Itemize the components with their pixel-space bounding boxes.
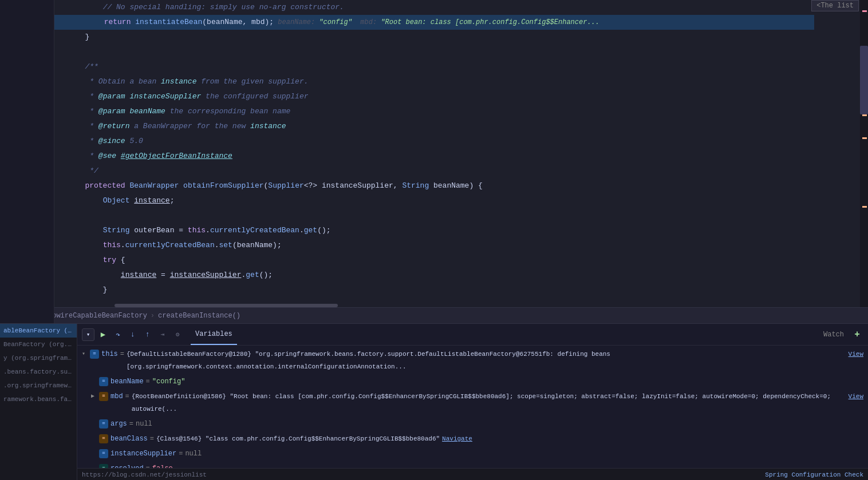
tooltip-the-list: <The list <box>811 0 859 11</box>
var-eq: = <box>129 418 133 430</box>
var-icon-orange: = <box>99 392 108 401</box>
run-to-cursor-button[interactable]: ⇥ <box>156 328 169 341</box>
var-name-this: this <box>101 348 118 360</box>
var-row-instancesupplier[interactable]: = instanceSupplier = null <box>77 446 868 461</box>
code-line <box>49 45 814 59</box>
code-line: instance = instanceSupplier.get(); <box>49 268 814 283</box>
filter-button[interactable]: ⚙ <box>171 328 184 341</box>
code-line: * Obtain a bean instance from the given … <box>49 74 814 89</box>
code-line: * @since 5.0 <box>49 134 814 149</box>
view-link-this[interactable]: View <box>849 348 863 360</box>
variables-tab[interactable]: Variables <box>191 324 237 345</box>
code-line: * @return a BeanWrapper for the new inst… <box>49 119 814 134</box>
var-eq: = <box>146 462 150 468</box>
scrollbar-track[interactable] <box>860 0 868 307</box>
debug-dropdown[interactable]: ▾ <box>82 328 94 341</box>
step-into-button[interactable]: ↓ <box>127 328 139 341</box>
variables-tab-label: Variables <box>195 330 232 338</box>
var-row-resolved[interactable]: ≡ resolved = false <box>77 461 868 468</box>
var-row-this[interactable]: ▾ = this = {DefaultListableBeanFactory@1… <box>77 347 868 374</box>
var-row-beanclass[interactable]: = beanClass = {Class@1546} "class com.ph… <box>77 431 868 446</box>
var-name-beanname: beanName <box>111 375 144 388</box>
code-line: this.currentlyCreatedBean.set(beanName); <box>49 238 814 253</box>
left-panel-item[interactable]: y (org.springframework... <box>0 351 77 365</box>
code-line <box>49 208 814 223</box>
var-icon-blue3: = <box>99 449 108 458</box>
var-row-beanname[interactable]: = beanName = "config" <box>77 374 868 389</box>
var-name-instancesupplier: instanceSupplier <box>111 447 176 460</box>
scroll-marker-warning3 <box>862 206 867 208</box>
code-area[interactable]: 1220 1221 1222 1223 1224 1225 1226 1227 … <box>0 0 814 323</box>
variables-list: ▾ = this = {DefaultListableBeanFactory@1… <box>77 346 868 468</box>
var-val-beanname: "config" <box>152 375 186 388</box>
code-line: * @param instanceSupplier the configured… <box>49 89 814 104</box>
var-val-resolved: false <box>152 462 173 468</box>
var-eq: = <box>120 348 124 360</box>
var-val-mbd: {RootBeanDefinition@1586} "Root bean: cl… <box>132 390 846 415</box>
var-eq: = <box>150 433 154 445</box>
var-eq: = <box>179 447 183 460</box>
left-panel-item[interactable]: ramework.beans.fact... <box>0 392 77 406</box>
debug-main: ▾ ▶ ↷ ↓ ↑ ⇥ ⚙ Variables Watch + ▾ = this <box>77 324 868 480</box>
horizontal-scroll-indicator <box>115 304 338 307</box>
status-url-bar: https://blog.csdn.net/jessionlist Spring… <box>77 468 868 480</box>
var-icon-blue: = <box>99 377 108 386</box>
resume-button[interactable]: ▶ <box>97 328 109 341</box>
code-line: // No special handling: simply use no-ar… <box>49 0 814 15</box>
code-line: * @param beanName the corresponding bean… <box>49 104 814 119</box>
watch-label: Watch <box>823 331 849 339</box>
call-stack-panel: ableBeanFactory (org.s... BeanFactory (o… <box>0 324 77 480</box>
breadcrumb-method: createBeanInstance() <box>158 312 240 320</box>
var-eq: = <box>125 390 129 403</box>
code-lines[interactable]: // No special handling: simply use no-ar… <box>47 0 814 323</box>
breadcrumb-bar: AbstractAutowireCapableBeanFactory › cre… <box>0 307 868 323</box>
left-panel-item[interactable]: BeanFactory (org.spring... <box>0 338 77 351</box>
scroll-thumb[interactable] <box>860 46 868 114</box>
code-line: try { <box>49 253 814 268</box>
var-name-mbd: mbd <box>111 390 123 403</box>
var-val-args: null <box>136 418 152 430</box>
var-val-beanclass: {Class@1546} "class com.phr.config.Confi… <box>156 433 440 445</box>
step-out-button[interactable]: ↑ <box>141 328 154 341</box>
scroll-marker-warning2 <box>862 137 867 139</box>
left-panel-item[interactable]: ableBeanFactory (org.s... <box>0 324 77 338</box>
var-row-args[interactable]: = args = null <box>77 416 868 431</box>
code-line: * @see #getObjectForBeanInstance <box>49 149 814 164</box>
code-line: */ <box>49 164 814 178</box>
status-url: https://blog.csdn.net/jessionlist <box>82 471 207 478</box>
var-name-beanclass: beanClass <box>111 433 148 445</box>
var-val-this: {DefaultListableBeanFactory@1280} "org.s… <box>127 348 846 373</box>
var-name-resolved: resolved <box>111 462 144 468</box>
var-name-args: args <box>111 418 127 430</box>
left-panel-item[interactable]: .org.springframework... <box>0 379 77 392</box>
code-line: /** <box>49 59 814 74</box>
editor-left-gutter <box>0 0 54 323</box>
code-line-active: return instantiateBean(beanName, mbd); b… <box>49 15 814 30</box>
var-icon-orange2: = <box>99 434 108 443</box>
debug-toolbar: ▾ ▶ ↷ ↓ ↑ ⇥ ⚙ Variables Watch + <box>77 324 868 346</box>
var-val-instancesupplier: null <box>185 447 202 460</box>
navigate-link-beanclass[interactable]: Navigate <box>442 433 472 445</box>
scroll-marker-warning <box>862 114 867 116</box>
expand-icon: ▾ <box>82 348 90 360</box>
debug-panel: ableBeanFactory (org.s... BeanFactory (o… <box>0 323 868 480</box>
status-right-text: Spring Configuration Check <box>765 471 863 478</box>
var-icon-blue2: = <box>99 419 108 429</box>
var-eq: = <box>146 375 150 388</box>
editor-area: 1220 1221 1222 1223 1224 1225 1226 1227 … <box>0 0 868 323</box>
var-icon-dash: = <box>90 350 99 359</box>
breadcrumb-separator: › <box>151 312 155 320</box>
scroll-marker-error <box>862 10 867 12</box>
left-panel-item[interactable]: .beans.factory.suppo... <box>0 365 77 379</box>
code-line: } <box>49 30 814 45</box>
var-row-mbd[interactable]: ▶ = mbd = {RootBeanDefinition@1586} "Roo… <box>77 389 868 416</box>
expand-icon-mbd: ▶ <box>91 390 99 403</box>
code-line: Object instance; <box>49 193 814 208</box>
code-line: } <box>49 283 814 297</box>
code-line: String outerBean = this.currentlyCreated… <box>49 223 814 238</box>
add-watch-button[interactable]: + <box>851 328 863 341</box>
code-line: protected BeanWrapper obtainFromSupplier… <box>49 178 814 193</box>
view-link-mbd[interactable]: View <box>849 390 863 403</box>
var-icon-teal: ≡ <box>99 464 108 468</box>
step-over-button[interactable]: ↷ <box>112 328 124 341</box>
